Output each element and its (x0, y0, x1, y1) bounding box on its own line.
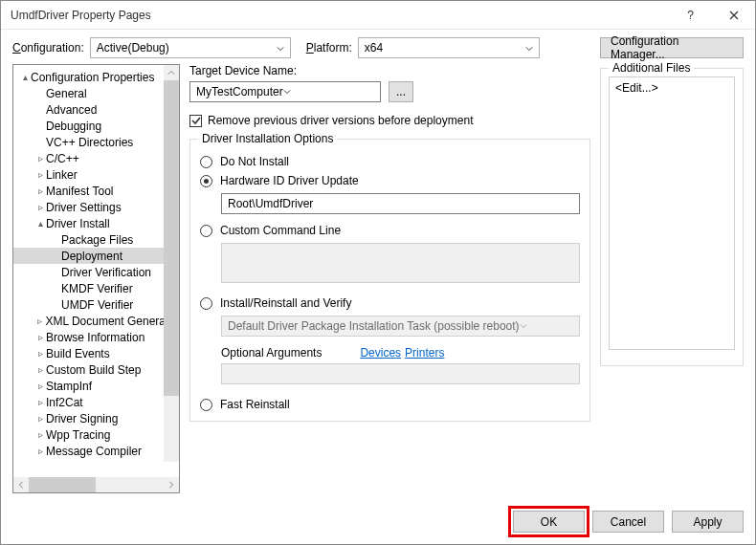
expand-icon[interactable]: ▹ (34, 364, 46, 375)
help-button[interactable]: ? (669, 1, 712, 30)
tree-item-label: Configuration Properties (31, 71, 154, 84)
expand-icon[interactable]: ▹ (34, 202, 46, 212)
additional-files-group: Additional Files <Edit...> (600, 68, 744, 366)
scroll-up-icon[interactable] (164, 65, 179, 80)
tree-item-advanced[interactable]: Advanced (13, 101, 179, 118)
expand-icon[interactable]: ▹ (34, 316, 45, 326)
expand-icon[interactable]: ▹ (34, 446, 46, 456)
radio-label: Custom Command Line (220, 224, 341, 237)
target-device-value: MyTestComputer (196, 85, 283, 98)
tree-item-label: KMDF Verifier (61, 282, 133, 295)
configuration-manager-button[interactable]: Configuration Manager... (600, 37, 744, 58)
tree-item-driver-verification[interactable]: Driver Verification (13, 264, 179, 280)
tree-item-deployment[interactable]: Deployment (13, 248, 179, 264)
tree-item-wpp-tracing[interactable]: ▹Wpp Tracing (13, 426, 179, 443)
tree-item-label: General (46, 87, 87, 100)
radio-install-verify[interactable] (200, 297, 212, 310)
tree-item-xml-document-generator[interactable]: ▹XML Document Generator (13, 313, 179, 329)
printers-link[interactable]: Printers (405, 346, 444, 360)
collapse-icon[interactable]: ▴ (34, 218, 46, 229)
optional-arguments-input[interactable] (221, 363, 580, 384)
tree-item-label: Linker (46, 168, 78, 182)
devices-link[interactable]: Devices (360, 346, 401, 360)
scroll-right-icon[interactable] (164, 477, 179, 492)
expand-icon[interactable]: ▹ (34, 381, 46, 391)
remove-previous-label: Remove previous driver versions before d… (208, 114, 473, 127)
tree-item-debugging[interactable]: Debugging (13, 118, 179, 134)
property-pages-dialog: UmdfDriver Property Pages ? Configuratio… (0, 0, 756, 545)
tree-item-driver-install[interactable]: ▴Driver Install (13, 215, 179, 231)
radio-label: Do Not Install (220, 155, 289, 168)
tree-item-general[interactable]: General (13, 85, 179, 101)
tree-item-stampinf[interactable]: ▹StampInf (13, 378, 179, 394)
tree-scrollbar-vertical[interactable] (164, 65, 179, 462)
tree-item-message-compiler[interactable]: ▹Message Compiler (13, 443, 179, 459)
additional-files-legend: Additional Files (609, 61, 694, 75)
expand-icon[interactable]: ▹ (34, 397, 46, 407)
tree-item-label: Driver Signing (46, 412, 118, 425)
optional-arguments-label: Optional Arguments (221, 346, 322, 360)
dialog-footer: OK Cancel Apply (1, 503, 755, 544)
tree-item-build-events[interactable]: ▹Build Events (13, 345, 179, 361)
tree-item-label: VC++ Directories (46, 136, 133, 149)
tree-item-label: Driver Settings (46, 201, 122, 214)
remove-previous-checkbox[interactable] (189, 115, 202, 127)
target-device-combo[interactable]: MyTestComputer (189, 81, 381, 102)
configuration-select[interactable]: Active(Debug) (90, 37, 291, 58)
tree-item-label: Wpp Tracing (46, 428, 110, 442)
scrollbar-thumb[interactable] (164, 80, 179, 396)
groupbox-legend: Driver Installation Options (198, 132, 337, 145)
expand-icon[interactable]: ▹ (34, 169, 46, 180)
chevron-down-icon (277, 42, 284, 55)
chevron-down-icon (283, 85, 291, 98)
tree-item-label: Browse Information (46, 331, 145, 344)
tree-item-linker[interactable]: ▹Linker (13, 166, 179, 183)
scroll-left-icon[interactable] (13, 477, 29, 492)
configuration-label: Configuration: (12, 41, 84, 54)
radio-hardware-id[interactable] (200, 175, 212, 187)
tree-scrollbar-horizontal[interactable] (13, 477, 179, 492)
tree-item-umdf-verifier[interactable]: UMDF Verifier (13, 296, 179, 313)
radio-fast-reinstall[interactable] (200, 399, 212, 411)
close-button[interactable] (712, 1, 755, 30)
ok-button[interactable]: OK (513, 511, 585, 533)
tree-item-kmdf-verifier[interactable]: KMDF Verifier (13, 280, 179, 296)
expand-icon[interactable]: ▹ (34, 413, 46, 424)
expand-icon[interactable]: ▹ (34, 429, 46, 440)
additional-files-edit: <Edit...> (615, 81, 658, 95)
cancel-button[interactable]: Cancel (592, 511, 664, 533)
window-title: UmdfDriver Property Pages (11, 9, 669, 22)
apply-button[interactable]: Apply (672, 511, 744, 533)
collapse-icon[interactable]: ▴ (19, 72, 31, 82)
expand-icon[interactable]: ▹ (34, 153, 46, 164)
hardware-id-input[interactable]: Root\UmdfDriver (221, 193, 580, 214)
tree-item-manifest-tool[interactable]: ▹Manifest Tool (13, 183, 179, 199)
tree-item-label: Debugging (46, 120, 101, 133)
radio-do-not-install[interactable] (200, 156, 212, 168)
platform-value: x64 (365, 41, 383, 54)
tree-item-c-c-[interactable]: ▹C/C++ (13, 150, 179, 166)
expand-icon[interactable]: ▹ (34, 332, 46, 342)
expand-icon[interactable]: ▹ (34, 348, 46, 359)
tree-item-label: Deployment (61, 250, 122, 263)
radio-custom-command[interactable] (200, 225, 212, 237)
tree-item-configuration-properties[interactable]: ▴Configuration Properties (13, 69, 179, 85)
platform-label: Platform: (306, 41, 352, 54)
additional-files-list[interactable]: <Edit...> (609, 76, 735, 350)
custom-command-textarea[interactable] (221, 243, 580, 283)
tree-item-inf2cat[interactable]: ▹Inf2Cat (13, 394, 179, 410)
tree-item-package-files[interactable]: Package Files (13, 231, 179, 248)
tree-item-label: C/C++ (46, 152, 79, 165)
tree-item-driver-settings[interactable]: ▹Driver Settings (13, 199, 179, 215)
tree-item-vc-directories[interactable]: VC++ Directories (13, 134, 179, 150)
tree-item-driver-signing[interactable]: ▹Driver Signing (13, 410, 179, 426)
scrollbar-thumb[interactable] (29, 477, 96, 492)
browse-device-button[interactable]: ... (389, 81, 413, 102)
tree-item-browse-information[interactable]: ▹Browse Information (13, 329, 179, 345)
platform-select[interactable]: x64 (358, 37, 540, 58)
hardware-id-value: Root\UmdfDriver (228, 197, 313, 210)
install-task-combo[interactable]: Default Driver Package Installation Task… (221, 316, 580, 337)
tree-item-custom-build-step[interactable]: ▹Custom Build Step (13, 361, 179, 378)
expand-icon[interactable]: ▹ (34, 185, 46, 196)
tree-item-label: Manifest Tool (46, 185, 113, 198)
